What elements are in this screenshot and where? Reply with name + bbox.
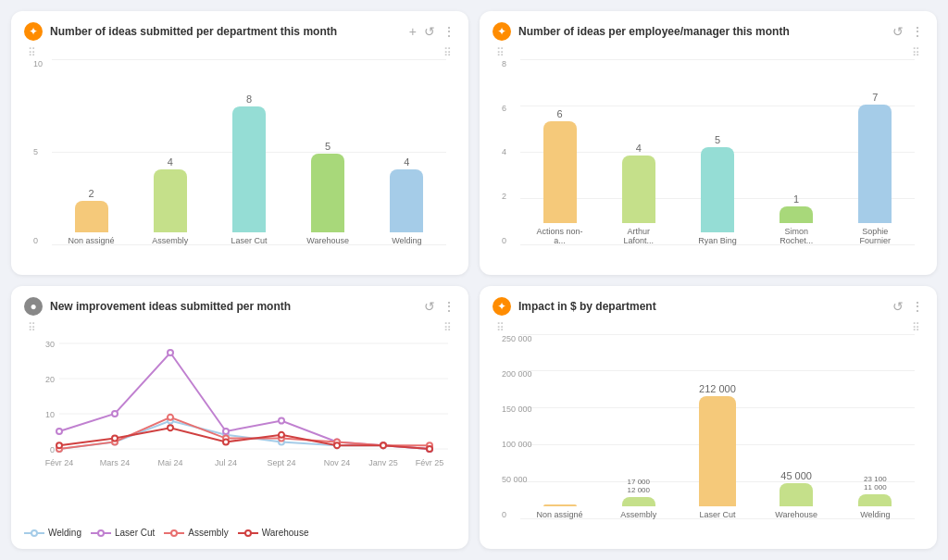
bar-label: Assembly [615, 510, 663, 519]
svg-text:10: 10 [45, 410, 55, 419]
warehouse-point [279, 431, 284, 437]
more-button-4[interactable]: ⋮ [911, 299, 924, 314]
bar-value: 5 [715, 134, 720, 145]
refresh-button-1[interactable]: ↺ [424, 24, 435, 39]
bar-group: 8 Laser Cut [225, 93, 273, 245]
card-header-4: ✦ Impact in $ by department ↺ ⋮ [493, 297, 924, 316]
bar-label: Welding [382, 236, 430, 245]
bar-label: Assembly [146, 236, 194, 245]
svg-text:Janv 25: Janv 25 [368, 458, 398, 467]
bar-group: Non assigné [536, 504, 584, 519]
card-icon-2: ✦ [493, 22, 511, 41]
card-title-1: Number of ideas submitted per department… [50, 25, 402, 38]
bar-value: 4 [404, 156, 409, 168]
card-header-3: ● New improvement ideas submitted per mo… [24, 297, 455, 316]
y-tick: 0 [33, 236, 43, 245]
bar [390, 169, 423, 232]
more-button-2[interactable]: ⋮ [911, 24, 924, 39]
warehouse-point [334, 442, 340, 448]
y-tick: 150 000 [502, 404, 532, 414]
warehouse-point [427, 446, 432, 452]
card-title-2: Number of ideas per employee/manager thi… [518, 25, 885, 38]
bar-label: Laser Cut [225, 236, 273, 245]
add-button-1[interactable]: + [409, 24, 417, 39]
assembly-point [168, 414, 173, 419]
bar-chart-inner-4: 0 50 000 100 000 150 000 200 000 250 000… [493, 334, 924, 539]
y-tick: 200 000 [502, 369, 532, 379]
bar [780, 206, 813, 223]
y-tick: 0 [502, 236, 506, 245]
bar-group: 212 000 Laser Cut [693, 383, 742, 519]
bar-label: Warehouse [304, 236, 352, 245]
drag-left-1: ⠿ [28, 46, 36, 59]
bar-group: 1 Simon Rochet... [772, 193, 820, 245]
laser-cut-point [56, 429, 62, 434]
laser-cut-line [59, 353, 430, 449]
bars-container-2: 0 2 4 6 8 6 Actions non-a... 4 Art [502, 59, 915, 264]
bar [622, 497, 655, 506]
bar-group: 4 Welding [382, 156, 430, 245]
card-icon-4: ✦ [493, 297, 511, 316]
bar-label: Non assigné [536, 510, 584, 519]
y-tick: 4 [502, 147, 506, 156]
drag-left-2: ⠿ [496, 46, 505, 59]
bar [154, 169, 187, 232]
grid-line [520, 370, 915, 371]
more-button-1[interactable]: ⋮ [443, 24, 455, 39]
bar-value: 23 10011 000 [864, 475, 886, 492]
grid-line [52, 59, 446, 60]
bar [543, 504, 577, 506]
y-tick: 6 [502, 104, 506, 113]
card-actions-3: ↺ ⋮ [424, 299, 455, 314]
drag-right-2: ⠿ [912, 46, 920, 59]
bar-value: 6 [557, 108, 563, 119]
bar [311, 154, 344, 232]
bar-group: 4 Assembly [146, 156, 194, 245]
refresh-button-4[interactable]: ↺ [892, 299, 904, 314]
card-icon-3: ● [24, 297, 43, 316]
bar-value: 7 [872, 92, 878, 103]
bar-label: Simon Rochet... [772, 227, 820, 245]
bar-group: 6 Actions non-a... [536, 108, 584, 245]
bar-label: Laser Cut [693, 510, 742, 519]
bar-group: 7 Sophie Fournier [851, 92, 899, 245]
more-button-3[interactable]: ⋮ [443, 299, 455, 314]
bar-group: 17 00012 000 Assembly [615, 478, 663, 519]
warehouse-point [56, 442, 62, 448]
bar [622, 156, 655, 223]
warehouse-point [380, 442, 386, 448]
bar-chart-2: 0 2 4 6 8 6 Actions non-a... 4 Art [493, 59, 924, 264]
y-tick: 250 000 [502, 334, 532, 343]
y-tick: 8 [502, 59, 506, 68]
bar [701, 147, 734, 232]
bar-value: 4 [636, 143, 642, 154]
drag-right-3: ⠿ [443, 321, 452, 334]
bar-group: 4 Arthur Lafont... [615, 143, 663, 245]
card-header-1: ✦ Number of ideas submitted per departme… [24, 22, 455, 41]
laser-cut-point [279, 417, 284, 423]
card-ideas-per-employee: ✦ Number of ideas per employee/manager t… [480, 11, 937, 275]
bar-chart-inner-1: 0 5 10 2 Non assigné 4 Assembly [24, 59, 455, 264]
bar-group: 5 Warehouse [304, 141, 352, 245]
bar-chart-4: 0 50 000 100 000 150 000 200 000 250 000… [493, 334, 924, 539]
bars-container-4: 0 50 000 100 000 150 000 200 000 250 000… [502, 334, 915, 539]
grid-line [520, 59, 915, 60]
bar-group: 5 Ryan Bing [693, 134, 742, 245]
laser-cut-point [112, 411, 118, 417]
bar-value: 45 000 [780, 470, 812, 481]
y-tick: 10 [33, 59, 43, 68]
refresh-button-3[interactable]: ↺ [424, 299, 435, 314]
dashboard: ✦ Number of ideas submitted per departme… [0, 0, 948, 560]
bar [75, 201, 108, 232]
laser-cut-point [168, 350, 173, 355]
refresh-button-2[interactable]: ↺ [892, 24, 904, 39]
svg-text:Mai 24: Mai 24 [157, 458, 182, 467]
line-chart-container: 30 20 10 0 Févr 24 Mars 24 Mai 24 Jul 24… [24, 334, 455, 538]
bar-chart-inner-2: 0 2 4 6 8 6 Actions non-a... 4 Art [493, 59, 924, 264]
bar-value: 1 [793, 193, 799, 205]
bar-value: 8 [246, 93, 252, 105]
bar [543, 121, 577, 223]
bar-label: Welding [851, 510, 899, 519]
svg-text:Févr 25: Févr 25 [416, 458, 444, 467]
y-axis-1: 0 5 10 [33, 59, 43, 245]
